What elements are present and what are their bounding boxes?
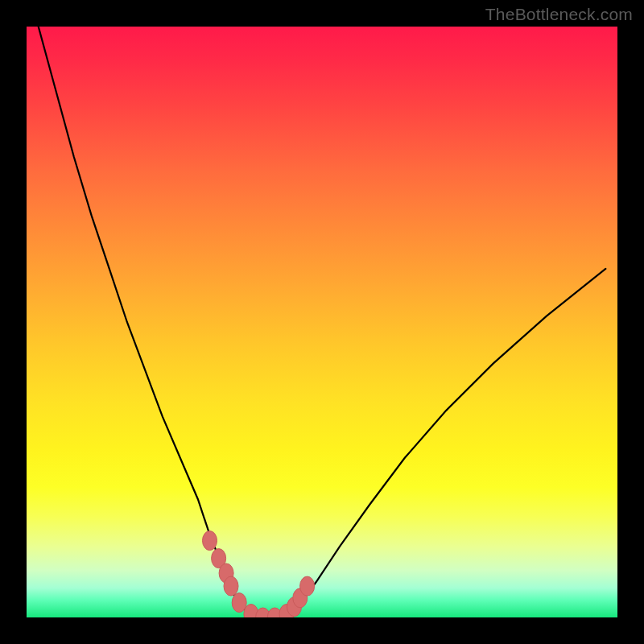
plot-area xyxy=(27,27,617,617)
watermark-text: TheBottleneck.com xyxy=(485,5,633,24)
bottleneck-curve xyxy=(39,27,606,617)
highlight-marker xyxy=(224,576,238,596)
highlight-markers xyxy=(203,531,315,617)
highlight-marker xyxy=(203,531,217,551)
curve-layer xyxy=(27,27,617,617)
highlight-marker xyxy=(300,576,315,596)
chart-frame: TheBottleneck.com xyxy=(0,0,644,644)
